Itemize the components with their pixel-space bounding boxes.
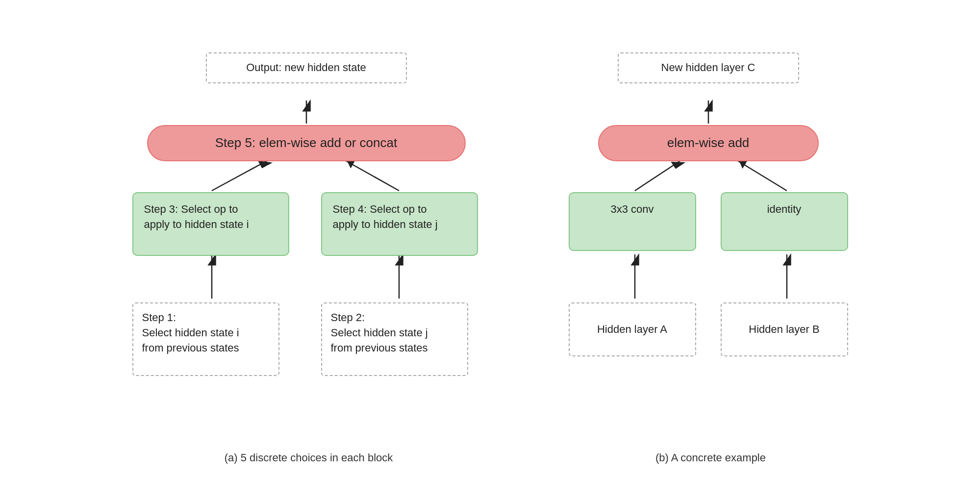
step3-node: Step 3: Select op to apply to hidden sta… bbox=[132, 192, 289, 256]
hidden-b-node: Hidden layer B bbox=[721, 302, 848, 356]
step4-node: Step 4: Select op to apply to hidden sta… bbox=[321, 192, 478, 256]
svg-line-5 bbox=[343, 159, 399, 191]
right-output-box: New hidden layer C bbox=[618, 52, 799, 83]
output-box: Output: new hidden state bbox=[206, 52, 407, 83]
right-diagram: New hidden layer C elem-wise add 3x3 con… bbox=[559, 38, 863, 464]
identity-node: identity bbox=[721, 192, 848, 251]
step2-node: Step 2: Select hidden state j from previ… bbox=[321, 302, 468, 376]
step1-node: Step 1: Select hidden state i from previ… bbox=[132, 302, 279, 376]
step5-node: Step 5: elem-wise add or concat bbox=[147, 125, 466, 161]
elemwise-node: elem-wise add bbox=[598, 125, 819, 161]
hidden-a-node: Hidden layer A bbox=[569, 302, 696, 356]
conv-node: 3x3 conv bbox=[569, 192, 696, 251]
right-arrows bbox=[559, 38, 863, 464]
svg-line-11 bbox=[735, 159, 787, 191]
left-caption: (a) 5 discrete choices in each block bbox=[118, 452, 500, 464]
svg-line-4 bbox=[212, 159, 270, 191]
svg-line-10 bbox=[635, 159, 682, 191]
left-diagram: Output: new hidden state Step 5: elem-wi… bbox=[118, 38, 500, 464]
right-caption: (b) A concrete example bbox=[559, 452, 863, 464]
